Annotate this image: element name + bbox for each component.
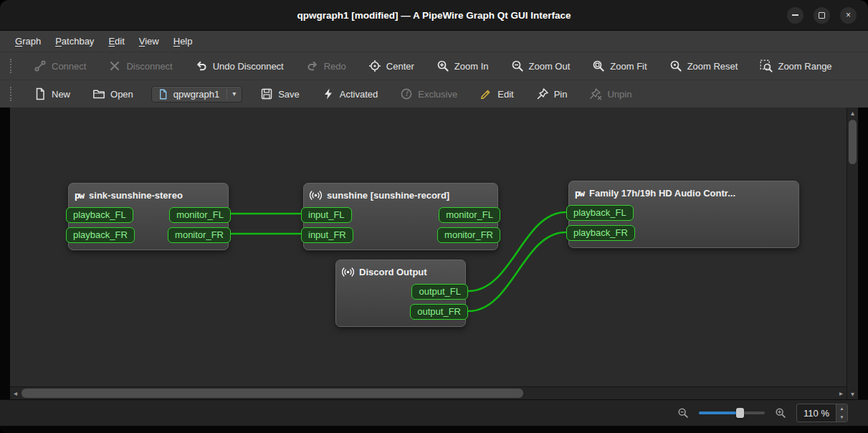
zoom-slider[interactable] — [699, 411, 765, 414]
zoom-fit-button[interactable]: Zoom Fit — [588, 57, 651, 75]
graph-canvas[interactable]: pw sink-sunshine-stereo playback_FL moni… — [10, 108, 846, 386]
minimize-button[interactable] — [787, 7, 803, 24]
zoom-fit-icon — [592, 60, 605, 72]
audio-input-port[interactable]: playback_FR — [566, 225, 635, 241]
menu-help[interactable]: Help — [167, 34, 199, 49]
port-row: output_FR — [342, 303, 459, 320]
audio-output-port[interactable]: output_FL — [411, 284, 468, 300]
scroll-right-icon[interactable]: ▸ — [836, 387, 846, 399]
new-button[interactable]: New — [29, 85, 75, 103]
open-button[interactable]: Open — [88, 85, 138, 103]
titlebar[interactable]: qpwgraph1 [modified] — A PipeWire Graph … — [0, 0, 868, 30]
port-row: playback_FL — [575, 204, 793, 222]
zoom-out-small-icon — [677, 407, 689, 419]
audio-input-port[interactable]: playback_FL — [66, 207, 133, 223]
audio-output-port[interactable]: monitor_FR — [437, 227, 500, 243]
activated-button[interactable]: Activated — [318, 85, 382, 103]
exclusive-label: Exclusive — [418, 89, 457, 100]
zoom-slider-handle[interactable] — [736, 408, 744, 418]
menu-edit[interactable]: Edit — [102, 34, 130, 49]
scroll-down-icon[interactable]: ▾ — [847, 389, 858, 399]
zoom-range-label: Zoom Range — [778, 61, 831, 72]
zoom-in-button[interactable]: Zoom In — [432, 57, 493, 75]
exclusive-button[interactable]: f Exclusive — [396, 85, 462, 103]
pin-icon — [536, 87, 549, 100]
node-family-hd-audio[interactable]: pw Family 17h/19h HD Audio Contr... play… — [568, 181, 799, 248]
toolbar-grip[interactable] — [10, 87, 14, 101]
audio-output-port[interactable]: output_FR — [410, 304, 468, 320]
zoom-range-button[interactable]: Zoom Range — [755, 57, 836, 75]
chevron-down-icon: ▾ — [226, 89, 236, 99]
vertical-scroll-thumb[interactable] — [849, 120, 857, 164]
node-title-label: Discord Output — [359, 267, 427, 277]
zoom-out-button[interactable]: Zoom Out — [507, 57, 575, 75]
node-sink-sunshine-stereo[interactable]: pw sink-sunshine-stereo playback_FL moni… — [68, 183, 229, 250]
close-button[interactable]: × — [840, 7, 857, 24]
disconnect-button[interactable]: Disconnect — [104, 57, 176, 75]
menu-patchbay[interactable]: Patchbay — [49, 34, 100, 49]
connect-icon — [34, 60, 47, 72]
audio-output-port[interactable]: monitor_FL — [439, 207, 500, 223]
undo-disconnect-button[interactable]: Undo Disconnect — [191, 57, 288, 75]
node-title: pw Family 17h/19h HD Audio Contr... — [575, 184, 793, 201]
zoom-reset-label: Zoom Reset — [687, 61, 738, 72]
vertical-scroll-track[interactable] — [847, 118, 858, 389]
audio-output-port[interactable]: monitor_FL — [169, 207, 231, 223]
connect-label: Connect — [52, 61, 86, 72]
redo-button[interactable]: Redo — [302, 57, 350, 75]
edit-pencil-icon — [480, 87, 492, 100]
mnemonic: E — [108, 36, 115, 47]
zoom-in-small-icon — [775, 407, 786, 419]
spin-down-icon[interactable]: ▼ — [836, 413, 847, 422]
unpin-button[interactable]: Unpin — [585, 85, 636, 103]
menu-graph[interactable]: Graph — [9, 34, 47, 49]
mnemonic: P — [55, 36, 62, 47]
main-area: pw sink-sunshine-stereo playback_FL moni… — [0, 108, 868, 399]
scroll-up-icon[interactable]: ▴ — [847, 108, 858, 118]
spin-up-icon[interactable]: ▲ — [836, 404, 847, 413]
zoom-percent-value[interactable]: 110 % — [797, 404, 836, 422]
node-title-label: sink-sunshine-stereo — [89, 190, 183, 201]
horizontal-scrollbar[interactable]: ◂ ▸ — [10, 386, 846, 399]
zoom-reset-button[interactable]: Zoom Reset — [665, 57, 743, 75]
menu-view[interactable]: View — [133, 34, 166, 49]
undo-icon — [195, 60, 208, 72]
audio-output-port[interactable]: monitor_FR — [168, 227, 231, 243]
save-button[interactable]: Save — [256, 85, 304, 103]
zoom-fit-label: Zoom Fit — [610, 61, 647, 72]
node-title-label: sunshine [sunshine-record] — [327, 190, 449, 201]
horizontal-scroll-thumb[interactable] — [22, 389, 523, 398]
node-title: pw sink-sunshine-stereo — [75, 186, 222, 204]
toolbar-grip[interactable] — [10, 59, 14, 73]
new-label: New — [52, 89, 70, 100]
menubar: Graph Patchbay Edit View Help — [0, 30, 868, 52]
audio-input-port[interactable]: playback_FR — [66, 227, 135, 243]
close-icon: × — [846, 10, 851, 20]
node-discord-output[interactable]: Discord Output output_FL output_FR — [335, 260, 466, 327]
audio-input-port[interactable]: playback_FL — [566, 205, 634, 221]
statusbar: 110 % ▲ ▼ — [0, 399, 868, 426]
window-edge — [0, 426, 868, 433]
maximize-button[interactable] — [814, 7, 830, 24]
connect-button[interactable]: Connect — [29, 57, 90, 75]
center-icon — [368, 60, 381, 72]
port-row: input_FL monitor_FL — [310, 206, 492, 224]
save-icon — [260, 87, 273, 100]
open-label: Open — [110, 89, 133, 100]
activated-label: Activated — [340, 89, 378, 100]
horizontal-scroll-track[interactable] — [21, 387, 836, 399]
zoom-percent-spinbox[interactable]: 110 % ▲ ▼ — [796, 404, 848, 422]
pin-button[interactable]: Pin — [532, 85, 572, 103]
patchbay-toolbar: New Open qpwgraph1 ▾ Save Activated f Ex… — [0, 80, 868, 108]
port-row: playback_FL monitor_FL — [75, 206, 222, 224]
scroll-left-icon[interactable]: ◂ — [10, 387, 21, 399]
audio-input-port[interactable]: input_FL — [301, 207, 352, 223]
audio-input-port[interactable]: input_FR — [301, 227, 353, 243]
center-button[interactable]: Center — [364, 57, 419, 75]
edit-button[interactable]: Edit — [475, 85, 518, 103]
patchbay-file-icon — [158, 89, 168, 100]
vertical-scrollbar[interactable]: ▴ ▾ — [846, 108, 858, 399]
node-sunshine[interactable]: sunshine [sunshine-record] input_FL moni… — [303, 183, 498, 250]
patchbay-selector[interactable]: qpwgraph1 ▾ — [151, 86, 242, 103]
zoom-out-icon — [511, 60, 524, 72]
